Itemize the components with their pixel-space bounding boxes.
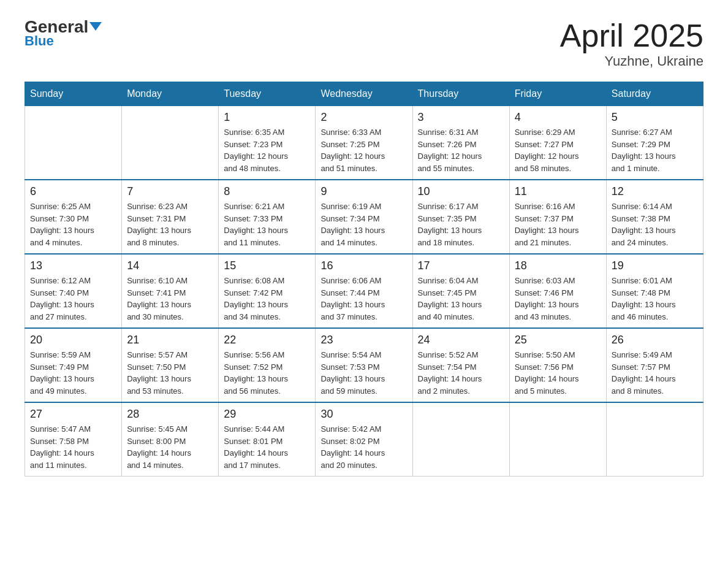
calendar-cell: 8Sunrise: 6:21 AM Sunset: 7:33 PM Daylig… <box>219 180 316 254</box>
day-number: 19 <box>612 259 698 272</box>
day-info: Sunrise: 6:16 AM Sunset: 7:37 PM Dayligh… <box>515 201 601 248</box>
day-info: Sunrise: 6:10 AM Sunset: 7:41 PM Dayligh… <box>127 275 213 323</box>
calendar-cell: 19Sunrise: 6:01 AM Sunset: 7:48 PM Dayli… <box>606 254 703 328</box>
day-number: 15 <box>224 259 310 272</box>
calendar-week-row: 20Sunrise: 5:59 AM Sunset: 7:49 PM Dayli… <box>25 328 703 402</box>
calendar-week-row: 1Sunrise: 6:35 AM Sunset: 7:23 PM Daylig… <box>25 106 703 180</box>
day-info: Sunrise: 6:29 AM Sunset: 7:27 PM Dayligh… <box>515 126 601 174</box>
calendar-table: SundayMondayTuesdayWednesdayThursdayFrid… <box>25 82 703 477</box>
header-saturday: Saturday <box>606 82 703 106</box>
header-sunday: Sunday <box>25 82 122 106</box>
header-friday: Friday <box>509 82 606 106</box>
header-monday: Monday <box>122 82 219 106</box>
day-number: 6 <box>30 185 116 198</box>
day-number: 27 <box>30 408 116 421</box>
calendar-cell: 20Sunrise: 5:59 AM Sunset: 7:49 PM Dayli… <box>25 328 122 402</box>
day-number: 23 <box>320 334 407 347</box>
calendar-cell: 1Sunrise: 6:35 AM Sunset: 7:23 PM Daylig… <box>219 106 316 180</box>
day-info: Sunrise: 5:45 AM Sunset: 8:00 PM Dayligh… <box>127 423 213 471</box>
day-number: 24 <box>418 334 504 347</box>
day-number: 7 <box>127 185 213 198</box>
calendar-cell: 29Sunrise: 5:44 AM Sunset: 8:01 PM Dayli… <box>219 402 316 477</box>
calendar-cell <box>122 106 219 180</box>
calendar-cell: 22Sunrise: 5:56 AM Sunset: 7:52 PM Dayli… <box>219 328 316 402</box>
calendar-cell: 17Sunrise: 6:04 AM Sunset: 7:45 PM Dayli… <box>412 254 509 328</box>
calendar-cell: 28Sunrise: 5:45 AM Sunset: 8:00 PM Dayli… <box>122 402 219 477</box>
day-info: Sunrise: 5:50 AM Sunset: 7:56 PM Dayligh… <box>515 349 601 397</box>
calendar-cell: 4Sunrise: 6:29 AM Sunset: 7:27 PM Daylig… <box>509 106 606 180</box>
calendar-cell: 27Sunrise: 5:47 AM Sunset: 7:58 PM Dayli… <box>25 402 122 477</box>
header-tuesday: Tuesday <box>219 82 316 106</box>
day-info: Sunrise: 5:56 AM Sunset: 7:52 PM Dayligh… <box>224 349 310 397</box>
day-info: Sunrise: 5:44 AM Sunset: 8:01 PM Dayligh… <box>224 423 310 471</box>
title-block: April 2025 Yuzhne, Ukraine <box>560 18 703 69</box>
day-number: 29 <box>224 408 310 421</box>
calendar-cell: 25Sunrise: 5:50 AM Sunset: 7:56 PM Dayli… <box>509 328 606 402</box>
day-number: 3 <box>418 111 504 124</box>
calendar-cell: 13Sunrise: 6:12 AM Sunset: 7:40 PM Dayli… <box>25 254 122 328</box>
calendar-cell: 24Sunrise: 5:52 AM Sunset: 7:54 PM Dayli… <box>412 328 509 402</box>
day-info: Sunrise: 5:54 AM Sunset: 7:53 PM Dayligh… <box>320 349 407 397</box>
day-info: Sunrise: 6:08 AM Sunset: 7:42 PM Dayligh… <box>224 275 310 323</box>
day-number: 26 <box>612 334 698 347</box>
day-info: Sunrise: 6:31 AM Sunset: 7:26 PM Dayligh… <box>418 126 504 174</box>
day-number: 2 <box>320 111 407 124</box>
day-number: 22 <box>224 334 310 347</box>
calendar-cell <box>412 402 509 477</box>
logo: General Blue <box>25 18 102 49</box>
day-number: 4 <box>515 111 601 124</box>
day-info: Sunrise: 6:03 AM Sunset: 7:46 PM Dayligh… <box>515 275 601 323</box>
calendar-cell: 2Sunrise: 6:33 AM Sunset: 7:25 PM Daylig… <box>316 106 412 180</box>
calendar-cell: 21Sunrise: 5:57 AM Sunset: 7:50 PM Dayli… <box>122 328 219 402</box>
day-number: 13 <box>30 259 116 272</box>
calendar-cell: 15Sunrise: 6:08 AM Sunset: 7:42 PM Dayli… <box>219 254 316 328</box>
day-number: 30 <box>320 408 407 421</box>
day-number: 28 <box>127 408 213 421</box>
logo-sub: Blue <box>25 33 54 49</box>
day-number: 16 <box>320 259 407 272</box>
day-number: 20 <box>30 334 116 347</box>
day-number: 5 <box>612 111 698 124</box>
day-info: Sunrise: 6:35 AM Sunset: 7:23 PM Dayligh… <box>224 126 310 174</box>
day-info: Sunrise: 6:19 AM Sunset: 7:34 PM Dayligh… <box>320 201 407 248</box>
calendar-cell <box>606 402 703 477</box>
calendar-cell: 14Sunrise: 6:10 AM Sunset: 7:41 PM Dayli… <box>122 254 219 328</box>
day-number: 9 <box>320 185 407 198</box>
header-wednesday: Wednesday <box>316 82 412 106</box>
day-info: Sunrise: 5:47 AM Sunset: 7:58 PM Dayligh… <box>30 423 116 471</box>
calendar-cell: 11Sunrise: 6:16 AM Sunset: 7:37 PM Dayli… <box>509 180 606 254</box>
calendar-week-row: 27Sunrise: 5:47 AM Sunset: 7:58 PM Dayli… <box>25 402 703 477</box>
day-number: 1 <box>224 111 310 124</box>
calendar-cell: 5Sunrise: 6:27 AM Sunset: 7:29 PM Daylig… <box>606 106 703 180</box>
calendar-week-row: 6Sunrise: 6:25 AM Sunset: 7:30 PM Daylig… <box>25 180 703 254</box>
day-number: 11 <box>515 185 601 198</box>
day-number: 25 <box>515 334 601 347</box>
day-number: 8 <box>224 185 310 198</box>
calendar-cell <box>25 106 122 180</box>
day-info: Sunrise: 6:04 AM Sunset: 7:45 PM Dayligh… <box>418 275 504 323</box>
day-info: Sunrise: 5:49 AM Sunset: 7:57 PM Dayligh… <box>612 349 698 397</box>
calendar-cell <box>509 402 606 477</box>
day-info: Sunrise: 5:57 AM Sunset: 7:50 PM Dayligh… <box>127 349 213 397</box>
day-number: 18 <box>515 259 601 272</box>
day-number: 21 <box>127 334 213 347</box>
calendar-cell: 16Sunrise: 6:06 AM Sunset: 7:44 PM Dayli… <box>316 254 412 328</box>
calendar-cell: 26Sunrise: 5:49 AM Sunset: 7:57 PM Dayli… <box>606 328 703 402</box>
calendar-cell: 18Sunrise: 6:03 AM Sunset: 7:46 PM Dayli… <box>509 254 606 328</box>
day-number: 17 <box>418 259 504 272</box>
day-info: Sunrise: 5:42 AM Sunset: 8:02 PM Dayligh… <box>320 423 407 471</box>
calendar-week-row: 13Sunrise: 6:12 AM Sunset: 7:40 PM Dayli… <box>25 254 703 328</box>
day-info: Sunrise: 5:59 AM Sunset: 7:49 PM Dayligh… <box>30 349 116 397</box>
day-info: Sunrise: 6:21 AM Sunset: 7:33 PM Dayligh… <box>224 201 310 248</box>
calendar-cell: 12Sunrise: 6:14 AM Sunset: 7:38 PM Dayli… <box>606 180 703 254</box>
calendar-cell: 10Sunrise: 6:17 AM Sunset: 7:35 PM Dayli… <box>412 180 509 254</box>
day-info: Sunrise: 6:27 AM Sunset: 7:29 PM Dayligh… <box>612 126 698 174</box>
calendar-cell: 23Sunrise: 5:54 AM Sunset: 7:53 PM Dayli… <box>316 328 412 402</box>
day-info: Sunrise: 6:33 AM Sunset: 7:25 PM Dayligh… <box>320 126 407 174</box>
logo-triangle-icon <box>89 22 102 31</box>
day-number: 14 <box>127 259 213 272</box>
day-info: Sunrise: 6:12 AM Sunset: 7:40 PM Dayligh… <box>30 275 116 323</box>
day-info: Sunrise: 5:52 AM Sunset: 7:54 PM Dayligh… <box>418 349 504 397</box>
page-header: General Blue April 2025 Yuzhne, Ukraine <box>25 18 703 69</box>
day-info: Sunrise: 6:23 AM Sunset: 7:31 PM Dayligh… <box>127 201 213 248</box>
